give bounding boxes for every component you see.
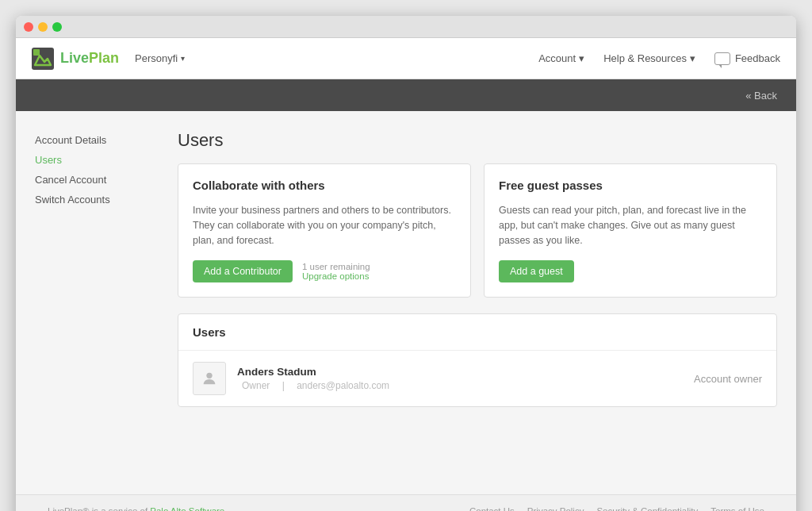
guest-card-footer: Add a guest [499, 260, 762, 282]
avatar [193, 362, 226, 395]
remaining-text: 1 user remaining [302, 262, 370, 271]
sidebar-item-cancel-account[interactable]: Cancel Account [35, 170, 162, 190]
svg-point-3 [206, 373, 212, 378]
table-row: Anders Stadum Owner | anders@paloalto.co… [178, 351, 776, 406]
user-avatar-icon [201, 370, 218, 387]
footer-contact-link[interactable]: Contact Us [469, 506, 515, 511]
footer-privacy-link[interactable]: Privacy Policy [527, 506, 584, 511]
back-bar: « Back [16, 79, 796, 111]
collaborate-card-footer: Add a Contributor 1 user remaining Upgra… [193, 260, 456, 282]
collaborate-card: Collaborate with others Invite your busi… [178, 163, 471, 298]
user-meta: Owner | anders@paloalto.com [237, 380, 683, 391]
guest-card: Free guest passes Guests can read your p… [484, 163, 777, 298]
help-chevron-icon: ▾ [690, 52, 695, 64]
maximize-button[interactable] [52, 22, 62, 32]
feedback-icon [714, 52, 730, 65]
app-window: LivePlan Personyfi ▾ Account ▾ Help & Re… [16, 16, 796, 511]
help-menu[interactable]: Help & Resources ▾ [603, 52, 695, 64]
guest-card-body: Guests can read your pitch, plan, and fo… [499, 203, 762, 248]
logo: LivePlan [32, 48, 119, 70]
titlebar [16, 16, 796, 38]
guest-card-title: Free guest passes [499, 179, 762, 192]
users-section-title: Users [193, 325, 226, 339]
sidebar-item-account-details[interactable]: Account Details [35, 130, 162, 150]
sidebar-item-users[interactable]: Users [35, 150, 162, 170]
collaborate-card-title: Collaborate with others [193, 179, 456, 192]
cards-row: Collaborate with others Invite your busi… [178, 163, 777, 298]
sidebar: Account Details Users Cancel Account Swi… [35, 130, 178, 475]
users-section: Users Anders Stadum Owner | [178, 313, 777, 407]
account-menu[interactable]: Account ▾ [538, 52, 584, 64]
footer: LivePlan® is a service of Palo Alto Soft… [16, 494, 796, 511]
user-meta-separator: | [282, 380, 285, 391]
minimize-button[interactable] [38, 22, 48, 32]
back-link[interactable]: « Back [745, 90, 777, 102]
user-info: Anders Stadum Owner | anders@paloalto.co… [237, 366, 683, 391]
user-account-role: Account owner [694, 373, 762, 385]
add-contributor-button[interactable]: Add a Contributor [193, 260, 293, 282]
footer-left-text: LivePlan® is a service of [48, 506, 150, 511]
main-content: Account Details Users Cancel Account Swi… [16, 111, 796, 494]
logo-text: LivePlan [60, 50, 119, 67]
navbar: LivePlan Personyfi ▾ Account ▾ Help & Re… [16, 38, 796, 79]
user-menu-chevron: ▾ [181, 54, 185, 63]
footer-left: LivePlan® is a service of Palo Alto Soft… [48, 506, 224, 511]
svg-rect-2 [33, 49, 40, 56]
add-guest-button[interactable]: Add a guest [499, 260, 574, 282]
user-role-label: Owner [242, 380, 270, 391]
feedback-button[interactable]: Feedback [714, 52, 780, 65]
content-area: Users Collaborate with others Invite you… [178, 130, 777, 475]
sidebar-item-switch-accounts[interactable]: Switch Accounts [35, 190, 162, 209]
collaborate-card-body: Invite your business partners and others… [193, 203, 456, 248]
account-chevron-icon: ▾ [579, 52, 584, 64]
liveplan-logo-icon [32, 48, 54, 70]
upgrade-link[interactable]: Upgrade options [302, 271, 370, 281]
palo-alto-link[interactable]: Palo Alto Software [150, 506, 224, 511]
close-button[interactable] [24, 22, 33, 32]
user-email: anders@paloalto.com [297, 380, 389, 391]
window-controls [24, 22, 62, 32]
footer-right: Contact Us Privacy Policy Security & Con… [469, 506, 764, 511]
nav-right: Account ▾ Help & Resources ▾ Feedback [538, 52, 780, 65]
footer-terms-link[interactable]: Terms of Use [710, 506, 764, 511]
user-name: Anders Stadum [237, 366, 683, 378]
users-section-header: Users [178, 314, 776, 351]
contributor-note: 1 user remaining Upgrade options [302, 262, 370, 281]
footer-security-link[interactable]: Security & Confidentiality [596, 506, 698, 511]
user-menu[interactable]: Personyfi ▾ [135, 52, 185, 64]
page-title: Users [178, 130, 777, 151]
